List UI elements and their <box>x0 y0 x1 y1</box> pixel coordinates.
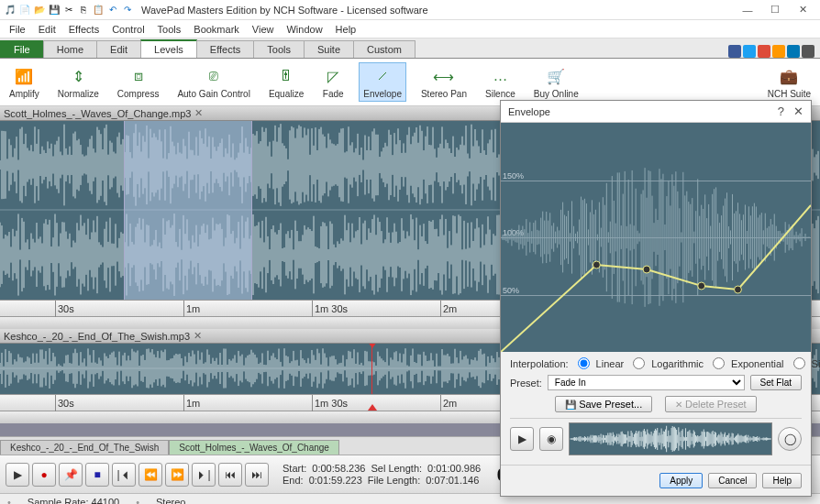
record-button[interactable]: ● <box>32 463 56 487</box>
doc-tab[interactable]: Scott_Holmes_-_Waves_Of_Change <box>169 440 339 455</box>
undo-icon[interactable]: ↶ <box>106 4 119 16</box>
auto-gain-control-button[interactable]: ⎚Auto Gain Control <box>173 63 254 101</box>
compress-button[interactable]: ⧈Compress <box>114 63 163 101</box>
menu-tools[interactable]: Tools <box>152 22 187 37</box>
next-button[interactable]: ⏭ <box>245 463 269 487</box>
menu-view[interactable]: View <box>247 22 280 37</box>
compress-icon: ⧈ <box>127 65 150 87</box>
redo-icon[interactable]: ↷ <box>121 4 134 16</box>
tab-edit[interactable]: Edit <box>96 40 141 58</box>
playhead[interactable] <box>371 344 372 394</box>
play-button[interactable]: ▶ <box>6 463 29 487</box>
linkedin-icon[interactable] <box>787 45 800 58</box>
dialog-titlebar[interactable]: Envelope ? ✕ <box>501 101 811 123</box>
menu-control[interactable]: Control <box>106 22 150 37</box>
open-icon[interactable]: 📂 <box>33 4 46 16</box>
preview-level-knob[interactable]: ◯ <box>778 427 802 451</box>
cancel-button[interactable]: Cancel <box>708 473 757 488</box>
normalize-button[interactable]: ⇕Normalize <box>54 63 103 101</box>
playhead-marker-icon[interactable] <box>368 344 377 348</box>
paste-icon[interactable]: 📋 <box>92 4 105 16</box>
copy-icon[interactable]: ⎘ <box>77 4 90 16</box>
twitter-icon[interactable] <box>743 45 756 58</box>
tab-custom[interactable]: Custom <box>353 40 416 58</box>
track-name: Scott_Holmes_-_Waves_Of_Change.mp3 <box>4 108 191 119</box>
menubar: FileEditEffectsControlToolsBookmarkViewW… <box>0 20 820 38</box>
prev-button[interactable]: ⏮ <box>218 463 242 487</box>
interp-linear-radio[interactable] <box>578 357 590 369</box>
close-icon[interactable]: ✕ <box>194 107 203 119</box>
tab-tools[interactable]: Tools <box>253 40 305 58</box>
maximize-button[interactable]: ☐ <box>761 1 789 19</box>
interp-logarithmic-radio[interactable] <box>633 357 645 369</box>
gplus-icon[interactable] <box>758 45 770 58</box>
pin-button[interactable]: 📌 <box>59 463 83 487</box>
forward-button[interactable]: ⏩ <box>165 463 189 487</box>
envelope-canvas[interactable]: 150% 100% 50% (function(){ const svg = d… <box>501 123 811 352</box>
rewind-button[interactable]: ⏪ <box>139 463 162 487</box>
suite-icon: 💼 <box>778 65 800 87</box>
skip-start-button[interactable]: |⏴ <box>112 463 136 487</box>
help-button[interactable]: Help <box>762 473 802 488</box>
selection-region[interactable] <box>124 121 252 300</box>
help-icon[interactable]: ? <box>778 104 784 118</box>
ruler-mark: 30s <box>55 395 74 411</box>
tab-suite[interactable]: Suite <box>304 40 354 58</box>
close-icon[interactable]: ✕ <box>194 330 202 342</box>
preview-play-button[interactable]: ▶ <box>510 427 534 451</box>
sel-length-value: 0:01:00.986 <box>427 463 481 474</box>
menu-file[interactable]: File <box>4 22 31 37</box>
cut-icon[interactable]: ✂ <box>62 4 75 16</box>
ribbon-label: Fade <box>323 89 344 99</box>
stop-button[interactable]: ■ <box>85 463 109 487</box>
envelope-icon: ⟋ <box>371 65 393 87</box>
save-icon[interactable]: 💾 <box>48 4 61 16</box>
amplify-icon: 📶 <box>13 65 35 87</box>
menu-help[interactable]: Help <box>330 22 362 37</box>
time-info: Start:0:00:58.236Sel Length:0:01:00.986 … <box>283 463 481 486</box>
tab-levels[interactable]: Levels <box>140 39 197 58</box>
equalize-button[interactable]: 🎚Equalize <box>265 63 307 101</box>
set-flat-button[interactable]: Set Flat <box>750 375 802 390</box>
menu-effects[interactable]: Effects <box>63 22 105 37</box>
amplify-button[interactable]: 📶Amplify <box>6 63 43 101</box>
ribbon-label: Equalize <box>269 89 304 99</box>
new-icon[interactable]: 📄 <box>18 4 31 16</box>
tab-home[interactable]: Home <box>43 40 97 58</box>
ribbon-label: Amplify <box>9 89 39 99</box>
ribbon-label: Normalize <box>58 89 99 99</box>
playhead-marker-icon[interactable] <box>368 404 377 411</box>
buy-online-button[interactable]: 🛒Buy Online <box>530 63 582 101</box>
stereo-pan-button[interactable]: ⟷Stereo Pan <box>417 63 471 101</box>
ribbon-label: Stereo Pan <box>421 89 467 99</box>
ruler-mark: 1m <box>183 395 200 411</box>
doc-tab[interactable]: Keshco_-_20_-_End_Of_The_Swish <box>0 440 169 455</box>
skip-end-button[interactable]: ⏵| <box>192 463 216 487</box>
close-button[interactable]: ✕ <box>789 1 816 19</box>
share-icon[interactable] <box>802 45 814 58</box>
tab-effects[interactable]: Effects <box>196 40 254 58</box>
rss-icon[interactable] <box>772 45 785 58</box>
save-preset-button[interactable]: 💾 Save Preset... <box>555 396 652 412</box>
menu-bookmark[interactable]: Bookmark <box>188 22 245 37</box>
facebook-icon[interactable] <box>728 45 741 58</box>
menu-window[interactable]: Window <box>281 22 327 37</box>
tab-file[interactable]: File <box>0 40 44 58</box>
fade-button[interactable]: ◸Fade <box>318 63 348 101</box>
svg-point-1517 <box>698 282 705 290</box>
preset-select[interactable]: Fade In <box>548 375 745 390</box>
apply-button[interactable]: Apply <box>659 473 703 488</box>
minimize-button[interactable]: — <box>734 1 761 19</box>
nch-suite-button[interactable]: 💼 NCH Suite <box>764 63 814 101</box>
delete-preset-button[interactable]: ✕ Delete Preset <box>665 396 756 412</box>
envelope-dialog: Envelope ? ✕ 150% 100% 50% (function(){ … <box>500 100 812 497</box>
silence-button[interactable]: …Silence <box>482 63 519 101</box>
end-value: 0:01:59.223 <box>309 475 362 486</box>
close-icon[interactable]: ✕ <box>793 104 803 118</box>
preview-loop-button[interactable]: ◉ <box>539 427 563 451</box>
envelope-button[interactable]: ⟋Envelope <box>359 62 406 102</box>
menu-edit[interactable]: Edit <box>33 22 61 37</box>
interp-exponential-radio[interactable] <box>713 357 725 369</box>
ruler-mark: 1m 30s <box>312 301 348 317</box>
interp-sinusoidal-radio[interactable] <box>793 357 805 369</box>
